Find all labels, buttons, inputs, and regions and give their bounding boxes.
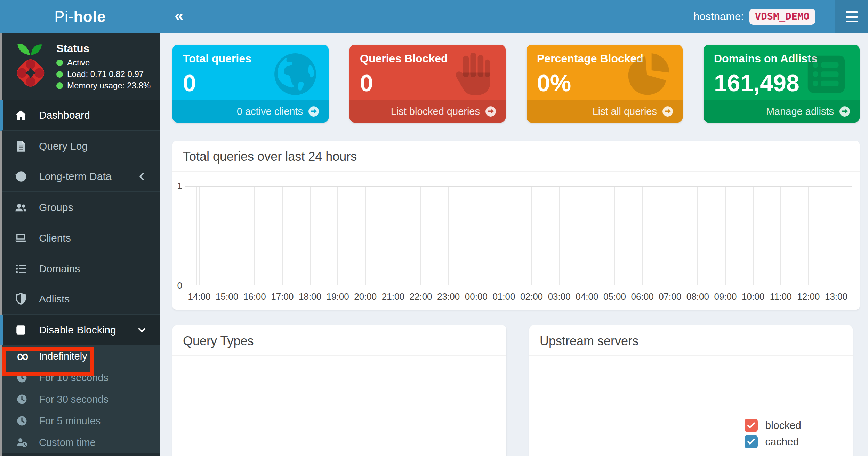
- sidebar-item-disable-blocking[interactable]: Disable Blocking: [0, 315, 160, 345]
- users-icon: [15, 201, 30, 214]
- sidebar-item-label: Domains: [39, 263, 80, 275]
- submenu-item-label: Indefinitely: [39, 351, 87, 362]
- arrow-circle-right-icon: [662, 105, 674, 117]
- submenu-item-for-5-minutes[interactable]: For 5 minutes: [0, 410, 160, 432]
- upstream-servers-title: Upstream servers: [529, 325, 853, 356]
- sidebar-item-query-log[interactable]: Query Log: [0, 131, 160, 162]
- card-footer-label: List all queries: [593, 106, 657, 117]
- card-footer-link[interactable]: List all queries: [527, 100, 683, 123]
- chevron-down-icon: [137, 325, 147, 335]
- sidebar-item-label: Groups: [39, 202, 73, 213]
- brand-text-bold: hole: [73, 8, 105, 25]
- pihole-dashboard: Pi-hole « hostname: VDSM_DEMO: [0, 0, 868, 456]
- submenu-item-for-10-seconds[interactable]: For 10 seconds: [0, 367, 160, 388]
- checkbox-checked-icon: [745, 435, 758, 448]
- sidebar-item-label: Query Log: [39, 140, 88, 152]
- shield-icon: [15, 293, 30, 305]
- sidebar-item-label: Adlists: [39, 293, 70, 305]
- top-navbar: Pi-hole « hostname: VDSM_DEMO: [0, 0, 868, 33]
- disable-blocking-submenu: ∞ Indefinitely For 10 seconds For 30 sec…: [0, 345, 160, 453]
- sidebar-item-clients[interactable]: Clients: [0, 223, 160, 253]
- brand-logo[interactable]: Pi-hole: [0, 0, 160, 33]
- sidebar-item-dashboard[interactable]: Dashboard: [0, 100, 160, 131]
- hamburger-menu-icon[interactable]: [835, 0, 868, 33]
- query-types-panel: Query Types: [172, 325, 506, 456]
- card-footer-link[interactable]: List blocked queries: [349, 100, 506, 123]
- chevron-left-icon: [137, 172, 147, 181]
- infinity-icon: ∞: [16, 350, 31, 362]
- green-dot-icon: [56, 60, 63, 66]
- pie-chart-icon: [622, 49, 676, 99]
- sidebar-scrollbar[interactable]: [0, 33, 2, 456]
- sidebar-item-label: Disable Blocking: [39, 324, 116, 336]
- navbar: « hostname: VDSM_DEMO: [160, 0, 868, 33]
- chart-legend: blocked cached: [745, 419, 801, 448]
- sidebar-item-adlists[interactable]: Adlists: [0, 284, 160, 315]
- laptop-icon: [15, 232, 30, 244]
- x-axis-labels: 14:0015:0016:0017:0018:0019:0020:0021:00…: [185, 291, 852, 303]
- sidebar-item-domains[interactable]: Domains: [0, 253, 160, 284]
- total-queries-chart-panel: Total queries over last 24 hours 1 0 14:…: [172, 141, 860, 310]
- sidebar-item-label: Long-term Data: [39, 171, 111, 182]
- sidebar-menu: Dashboard Query Log Long-term Data: [0, 100, 160, 345]
- brand-text-regular: Pi-: [54, 8, 73, 25]
- status-row-active: Active: [56, 58, 151, 68]
- submenu-item-for-30-seconds[interactable]: For 30 seconds: [0, 388, 160, 410]
- checkbox-checked-icon: [745, 419, 758, 432]
- y-axis-tick: 0: [173, 280, 182, 291]
- hostname-label: hostname:: [693, 10, 744, 23]
- submenu-item-label: For 5 minutes: [39, 415, 101, 427]
- clock-icon: [16, 372, 31, 384]
- stop-icon: [15, 324, 30, 336]
- card-queries-blocked: Queries Blocked 0 List blocked queries: [349, 45, 506, 123]
- clock-icon: [16, 393, 31, 405]
- hostname-badge: VDSM_DEMO: [749, 9, 815, 25]
- upstream-servers-panel: Upstream servers blocked cached: [529, 325, 853, 456]
- submenu-item-custom-time[interactable]: Custom time: [0, 432, 160, 453]
- sidebar-item-long-term-data[interactable]: Long-term Data: [0, 162, 160, 192]
- legend-item-cached[interactable]: cached: [745, 435, 801, 448]
- sidebar-item-groups[interactable]: Groups: [0, 192, 160, 223]
- status-info: Status Active Load: 0.71 0.82 0.97 Memor…: [56, 42, 151, 91]
- arrow-circle-right-icon: [308, 105, 320, 117]
- home-icon: [15, 109, 30, 121]
- status-panel: Status Active Load: 0.71 0.82 0.97 Memor…: [0, 33, 160, 100]
- submenu-item-indefinitely[interactable]: ∞ Indefinitely: [0, 345, 160, 367]
- card-footer-label: Manage adlists: [766, 106, 834, 117]
- history-icon: [15, 170, 30, 183]
- card-footer-label: List blocked queries: [391, 106, 480, 117]
- submenu-item-label: For 10 seconds: [39, 372, 108, 384]
- submenu-item-label: For 30 seconds: [39, 394, 108, 405]
- status-row-load: Load: 0.71 0.82 0.97: [56, 69, 151, 79]
- legend-label: cached: [765, 436, 799, 448]
- queries-over-time-chart[interactable]: 1 0 14:0015:0016:0017:0018:0019:0020:002…: [172, 172, 860, 309]
- card-footer-label: 0 active clients: [237, 106, 303, 117]
- query-types-title: Query Types: [172, 325, 506, 356]
- navbar-right: hostname: VDSM_DEMO: [693, 9, 835, 25]
- card-footer-link[interactable]: 0 active clients: [172, 100, 329, 123]
- status-row-memory: Memory usage: 23.8%: [56, 81, 151, 91]
- bottom-panels: Query Types Upstream servers blocked: [172, 325, 860, 456]
- list-icon: [15, 262, 30, 275]
- list-alt-icon: [799, 49, 853, 99]
- sidebar-item-label: Dashboard: [39, 109, 90, 121]
- chart-panel-title: Total queries over last 24 hours: [172, 141, 860, 172]
- submenu-item-label: Custom time: [39, 437, 96, 448]
- green-dot-icon: [56, 71, 63, 78]
- main-content: Total queries 0 0 active clients Queries…: [160, 33, 868, 456]
- user-clock-icon: [16, 437, 31, 448]
- arrow-circle-right-icon: [839, 105, 851, 117]
- green-dot-icon: [56, 82, 63, 89]
- summary-cards: Total queries 0 0 active clients Queries…: [172, 45, 860, 123]
- y-axis-tick: 1: [173, 181, 182, 191]
- card-total-queries: Total queries 0 0 active clients: [172, 45, 329, 123]
- clock-icon: [16, 415, 31, 427]
- file-icon: [15, 140, 30, 152]
- card-footer-link[interactable]: Manage adlists: [704, 100, 860, 123]
- sidebar-collapse-icon[interactable]: «: [175, 7, 184, 26]
- status-title: Status: [56, 42, 151, 55]
- arrow-circle-right-icon: [485, 105, 497, 117]
- sidebar-item-label: Clients: [39, 232, 71, 244]
- card-domains-on-adlists: Domains on Adlists 161,498 Manage adlist…: [704, 45, 860, 123]
- legend-item-blocked[interactable]: blocked: [745, 419, 801, 432]
